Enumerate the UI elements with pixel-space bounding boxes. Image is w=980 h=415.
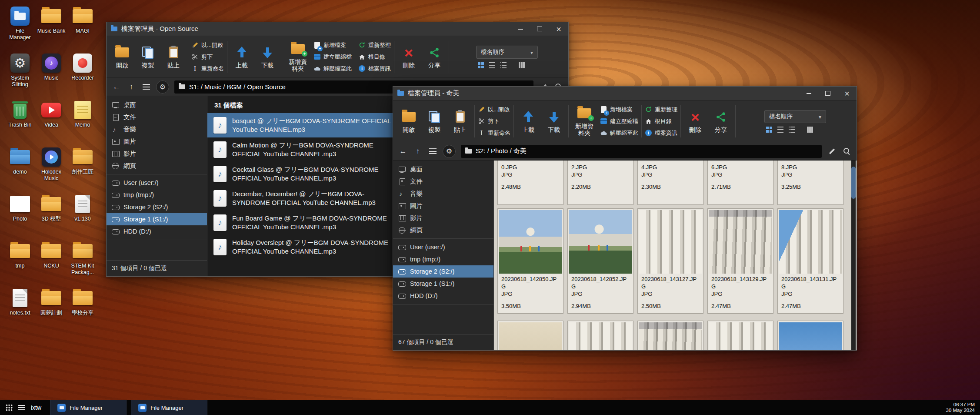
menu-button[interactable] — [141, 82, 151, 92]
paste-button[interactable]: 貼上 — [162, 44, 185, 70]
sidebar-item-tmp-drive[interactable]: tmp (tmp:/) — [107, 189, 207, 201]
photo-tile[interactable]: 20230618_142852.JPG JPG 2.94MB — [567, 208, 633, 314]
desktop-icon-memo[interactable]: Memo — [67, 99, 98, 146]
desktop-icon-dream-plan[interactable]: 圓夢計劃 — [36, 287, 67, 334]
photo-tile[interactable]: 6.JPG JPG 2.71MB — [707, 161, 773, 205]
photo-tile[interactable] — [567, 321, 633, 350]
scrollbar-thumb[interactable] — [851, 167, 856, 199]
close-button[interactable] — [549, 22, 568, 36]
clock[interactable]: 06:37 PM 30 May 2024 — [946, 402, 980, 414]
taskbar-task-file-manager-1[interactable]: File Manager — [50, 400, 127, 415]
file-info-button[interactable]: 檔案資訊 — [358, 64, 391, 74]
photo-tile[interactable] — [497, 321, 563, 350]
view-grid-icon[interactable] — [478, 62, 484, 68]
desktop-icon-recorder[interactable]: Recorder — [67, 52, 98, 99]
task-list-icon[interactable] — [18, 405, 25, 410]
view-grid-icon[interactable] — [766, 127, 772, 133]
titlebar[interactable]: 檔案管理員 - 奇美 — [393, 87, 857, 100]
view-columns-icon[interactable] — [519, 62, 525, 68]
sidebar-item-hdd[interactable]: HDD (D:/) — [393, 290, 493, 302]
path-input[interactable]: S2: / Photo / 奇美 — [461, 145, 822, 158]
desktop-icon-photo[interactable]: Photo — [4, 193, 36, 240]
sidebar-item-storage1[interactable]: Storage 1 (S1:/) — [107, 213, 207, 225]
search-button[interactable] — [842, 147, 851, 156]
download-button[interactable]: 下載 — [256, 44, 279, 70]
photo-tile[interactable] — [637, 321, 703, 350]
up-button[interactable] — [413, 147, 423, 156]
edit-path-button[interactable] — [827, 147, 837, 156]
desktop-icon-music[interactable]: Music — [36, 52, 67, 99]
new-file-button[interactable]: 新增檔案 — [600, 104, 638, 115]
upload-button[interactable]: 上載 — [230, 44, 253, 70]
sidebar-item-documents[interactable]: 文件 — [107, 111, 207, 123]
settings-button[interactable] — [443, 145, 456, 158]
photo-tile[interactable]: 0.JPG JPG 2.48MB — [497, 161, 563, 205]
desktop-icon-file-manager[interactable]: File Manager — [4, 5, 36, 52]
photo-tile[interactable]: 8.JPG JPG 3.25MB — [777, 161, 843, 205]
desktop-icon-music-bank[interactable]: Music Bank — [36, 5, 67, 52]
view-list-icon[interactable] — [489, 62, 495, 68]
open-with-button[interactable]: 以...開啟 — [478, 104, 510, 115]
sidebar-item-tmp-drive[interactable]: tmp (tmp:/) — [393, 253, 493, 265]
photo-tile[interactable] — [707, 321, 773, 350]
maximize-button[interactable] — [530, 22, 549, 36]
desktop-icon-videa[interactable]: Videa — [36, 99, 67, 146]
app-launcher-icon[interactable] — [6, 404, 13, 411]
rename-button[interactable]: 重新命名 — [191, 64, 224, 74]
back-button[interactable] — [398, 147, 408, 156]
sidebar-item-desktop[interactable]: 桌面 — [393, 163, 493, 175]
sidebar-item-hdd[interactable]: HDD (D:/) — [107, 225, 207, 238]
minimize-button[interactable] — [511, 22, 530, 36]
view-columns-icon[interactable] — [807, 127, 813, 133]
desktop-icon-tmp[interactable]: tmp — [4, 240, 36, 287]
photo-tile[interactable]: 20230618_143127.JPG JPG 2.50MB — [637, 208, 703, 314]
titlebar[interactable]: 檔案管理員 - Open Source — [107, 22, 568, 36]
copy-button[interactable]: 複製 — [137, 44, 159, 70]
desktop-icon-v1130[interactable]: v1.130 — [67, 193, 98, 240]
sidebar-item-storage1[interactable]: Storage 1 (S1:/) — [393, 278, 493, 290]
sidebar-item-pictures[interactable]: 圖片 — [393, 200, 493, 212]
cut-button[interactable]: 剪下 — [191, 52, 224, 62]
sidebar-item-videos[interactable]: 影片 — [393, 212, 493, 224]
desktop-icon-school-share[interactable]: 學校分享 — [67, 287, 98, 334]
view-list-icon[interactable] — [777, 127, 783, 133]
photo-tile[interactable] — [777, 321, 843, 350]
paste-button[interactable]: 貼上 — [449, 109, 471, 134]
desktop-icon-system-slitting[interactable]: System Slitting — [4, 52, 36, 99]
menu-button[interactable] — [428, 147, 437, 156]
new-folder-button[interactable]: 新增資料夾 — [285, 41, 310, 73]
desktop-icon-creator[interactable]: 創作工匠 — [67, 146, 98, 193]
ime-indicator[interactable]: ixtw — [31, 404, 41, 411]
sidebar-item-storage2[interactable]: Storage 2 (S2:/) — [107, 201, 207, 213]
desktop-icon-ncku[interactable]: NCKU — [36, 240, 67, 287]
photo-tile[interactable]: 20230618_143131.JPG JPG 2.47MB — [777, 208, 843, 314]
delete-button[interactable]: 刪除 — [397, 44, 420, 70]
root-button[interactable]: 根目錄 — [645, 116, 677, 127]
desktop-icon-notes-txt[interactable]: notes.txt — [4, 287, 36, 334]
sidebar-item-music[interactable]: 音樂 — [393, 187, 493, 200]
upload-button[interactable]: 上載 — [517, 109, 540, 134]
open-with-button[interactable]: 以...開啟 — [191, 40, 224, 50]
desktop-icon-trash-bin[interactable]: Trash Bin — [4, 99, 36, 146]
sidebar-item-pictures[interactable]: 圖片 — [107, 135, 207, 147]
settings-button[interactable] — [156, 80, 169, 94]
sort-order-dropdown[interactable]: 檔名順序 — [476, 46, 538, 59]
sidebar-item-storage2[interactable]: Storage 2 (S2:/) — [393, 265, 493, 278]
create-archive-button[interactable]: 建立壓縮檔 — [600, 116, 638, 127]
up-button[interactable] — [127, 82, 136, 92]
extract-here-button[interactable]: 解壓縮至此 — [600, 128, 638, 138]
scrollbar[interactable] — [851, 161, 856, 350]
photo-tile[interactable]: 2.JPG JPG 2.20MB — [567, 161, 633, 205]
sidebar-item-web[interactable]: 網頁 — [107, 160, 207, 172]
view-details-icon[interactable] — [500, 62, 507, 68]
open-button[interactable]: 開啟 — [111, 44, 133, 70]
sidebar-item-desktop[interactable]: 桌面 — [107, 99, 207, 111]
desktop-icon-demo[interactable]: demo — [4, 146, 36, 193]
photo-tile[interactable]: 20230618_142850.JPG JPG 3.50MB — [497, 208, 563, 314]
desktop-icon-magi[interactable]: MAGI — [67, 5, 98, 52]
cut-button[interactable]: 剪下 — [478, 116, 510, 127]
share-button[interactable]: 分享 — [423, 44, 446, 70]
download-button[interactable]: 下載 — [543, 109, 565, 134]
share-button[interactable]: 分享 — [710, 109, 732, 134]
delete-button[interactable]: 刪除 — [684, 109, 707, 134]
